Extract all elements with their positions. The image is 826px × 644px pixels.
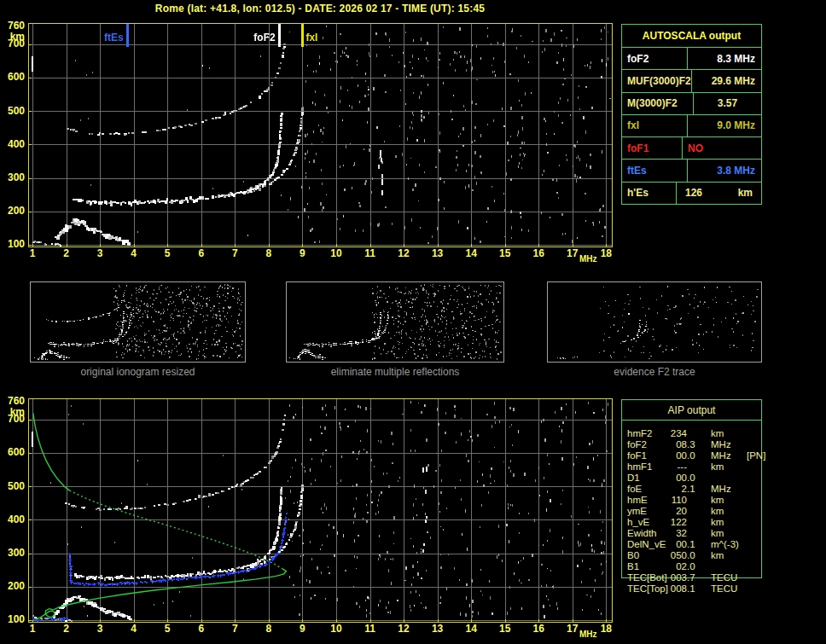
x-tick-label: 11 — [360, 624, 381, 635]
x-tick-label: 10 — [326, 624, 346, 635]
autoscala-row-value: 9.0 MHz — [687, 115, 761, 136]
aip-row-Ewidth: Ewidth32km — [621, 528, 826, 539]
aip-row-foE: foE2.1MHz — [621, 484, 826, 495]
x-tick-label: 1 — [22, 248, 43, 259]
x-tick-label: 12 — [393, 624, 414, 635]
autoscala-row-value: 126km — [676, 183, 761, 204]
y-tick-label: 400 — [0, 514, 25, 525]
aip-row-hmE: hmE110km — [621, 495, 826, 506]
thumbnail-caption-original: original ionogram resized — [30, 367, 246, 378]
autoscala-row-label: ftEs — [622, 160, 687, 181]
aip-row-D1: D100.0 — [621, 473, 826, 484]
autoscala-row-fxI: fxI9.0 MHz — [622, 114, 761, 136]
autoscala-row-value: 29.6 MHz — [691, 70, 761, 91]
aip-table-header: AIP output — [621, 404, 762, 416]
y-tick-label: 200 — [0, 581, 25, 592]
y-tick-label: 400 — [0, 139, 25, 150]
aip-row-TEC[Bot]: TEC[Bot]003.7TECU — [621, 572, 826, 583]
y-tick-label: 500 — [0, 481, 25, 492]
aip-row-ymE: ymE20km — [621, 506, 826, 517]
y-tick-label: 300 — [0, 548, 25, 559]
x-tick-label: 3 — [90, 624, 110, 635]
page-title: Rome (lat: +41.8, lon: 012.5) - DATE: 20… — [28, 3, 612, 15]
autoscala-row-foF1: foF1NO — [622, 136, 761, 159]
x-tick-label: 9 — [292, 248, 312, 259]
marker-label-ftEs: ftEs — [99, 32, 124, 43]
x-tick-label: 2 — [56, 624, 77, 635]
marker-label-fxI: fxI — [305, 32, 317, 43]
autoscala-table-header: AUTOSCALA output — [622, 25, 761, 47]
thumbnail-original-ionogram — [30, 281, 246, 363]
aip-row-TEC[Top]: TEC[Top]008.1TECU — [621, 583, 826, 595]
x-tick-label: 5 — [157, 624, 177, 635]
x-tick-label: 18 — [596, 248, 616, 259]
x-tick-label: 8 — [259, 248, 279, 259]
x-tick-label: 14 — [461, 624, 481, 635]
x-tick-label: 2 — [56, 248, 77, 259]
x-tick-label: 6 — [191, 624, 212, 635]
x-tick-label: 5 — [157, 248, 177, 259]
aip-row-hmF1: hmF1---km — [621, 461, 826, 473]
y-tick-label: 600 — [0, 447, 25, 458]
aip-row-h_vE: h_vE122km — [621, 517, 826, 528]
thumbnail-evidence-f2-trace — [547, 281, 762, 363]
x-axis-unit-label-bottom: MHz — [579, 629, 597, 639]
autoscala-row-ftEs: ftEs3.8 MHz — [622, 159, 761, 181]
x-tick-label: 12 — [393, 248, 414, 259]
x-axis-unit-label: MHz — [579, 254, 597, 264]
x-tick-label: 6 — [191, 248, 212, 259]
autoscala-row-label: h'Es — [622, 183, 676, 204]
marker-label-foF2: foF2 — [251, 32, 276, 43]
x-tick-label: 16 — [528, 624, 549, 635]
x-tick-label: 7 — [224, 248, 245, 259]
x-tick-label: 3 — [90, 248, 110, 259]
x-tick-label: 10 — [326, 248, 346, 259]
thumbnail-eliminate-reflections — [286, 281, 504, 363]
aip-output-rows: hmF2234kmfoF208.3MHzfoF100.0MHz[PN]hmF1-… — [621, 428, 826, 595]
aip-header-separator — [622, 420, 761, 421]
x-tick-label: 13 — [428, 248, 448, 259]
x-tick-label: 9 — [292, 624, 312, 635]
aip-row-B0: B0050.0km — [621, 550, 826, 561]
aip-row-foF1: foF100.0MHz[PN] — [621, 450, 826, 461]
aip-row-hmF2: hmF2234km — [621, 428, 826, 439]
y-tick-label: 100 — [0, 614, 25, 625]
x-tick-label: 7 — [224, 624, 245, 635]
autoscala-row-value: 8.3 MHz — [687, 48, 761, 69]
aip-row-DelN_vE: DelN_vE00.1m^(-3) — [621, 539, 826, 550]
x-tick-label: 16 — [528, 248, 549, 259]
scaled-ionogram-plot — [28, 23, 613, 247]
y-tick-label: 100 — [0, 239, 25, 250]
x-tick-label: 15 — [495, 248, 515, 259]
y-tick-label: 700 — [0, 38, 25, 49]
y-tick-label: 700 — [0, 414, 25, 425]
autoscala-row-foF2: foF28.3 MHz — [622, 47, 761, 69]
x-tick-label: 4 — [124, 248, 144, 259]
autoscala-row-value: NO — [682, 137, 761, 159]
x-tick-label: 14 — [461, 248, 481, 259]
aip-row-foF2: foF208.3MHz — [621, 439, 826, 450]
autoscala-row-h'Es: h'Es126km — [622, 182, 761, 204]
autoscala-row-label: MUF(3000)F2 — [622, 70, 691, 91]
y-tick-label: 200 — [0, 206, 25, 217]
y-tick-label: 500 — [0, 106, 25, 117]
y-tick-label: 600 — [0, 72, 25, 83]
autoscala-row-value: 3.57 — [693, 93, 761, 114]
x-tick-label: 8 — [259, 624, 279, 635]
x-tick-label: 1 — [22, 624, 43, 635]
thumbnail-caption-filtered: eliminate multiple reflections — [286, 367, 504, 378]
x-tick-label: 18 — [596, 624, 616, 635]
autoscala-row-value: 3.8 MHz — [687, 160, 761, 181]
x-tick-label: 15 — [495, 624, 515, 635]
autoscala-row-label: fxI — [622, 115, 687, 136]
restored-ionogram-plot — [28, 398, 613, 623]
x-tick-label: 11 — [360, 248, 381, 259]
y-tick-label: 300 — [0, 172, 25, 183]
x-tick-label: 13 — [428, 624, 448, 635]
x-tick-label: 4 — [124, 624, 144, 635]
autoscala-row-M(3000)F2: M(3000)F23.57 — [622, 92, 761, 114]
autoscala-output-table: AUTOSCALA output foF28.3 MHzMUF(3000)F22… — [621, 24, 762, 205]
autoscala-row-label: M(3000)F2 — [622, 93, 693, 114]
autoscala-row-label: foF1 — [622, 137, 682, 159]
autoscala-row-MUF(3000)F2: MUF(3000)F229.6 MHz — [622, 69, 761, 91]
